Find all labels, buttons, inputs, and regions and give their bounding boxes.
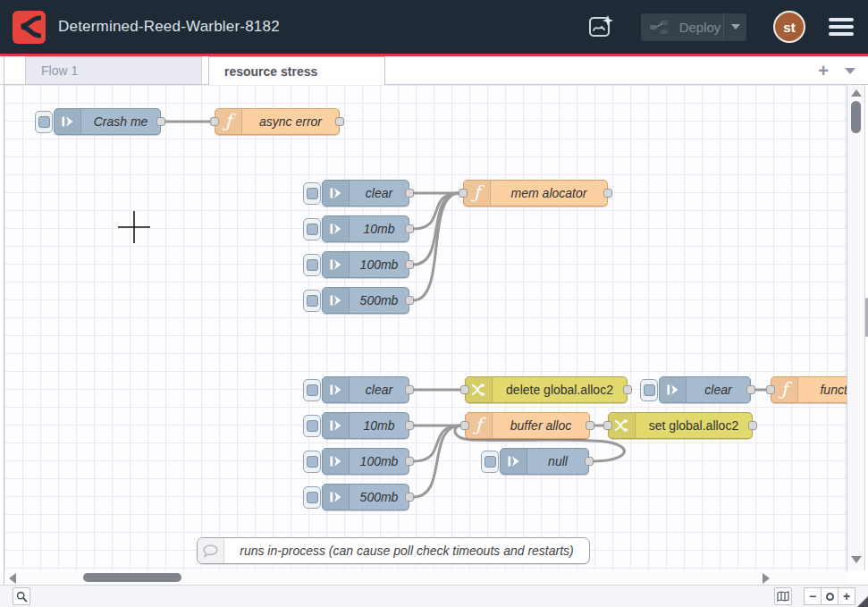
flow-tab-label: resource stress	[224, 64, 317, 79]
inject-trigger-button[interactable]	[303, 182, 321, 205]
deploy-button[interactable]: Deploy	[641, 13, 746, 41]
output-port[interactable]	[405, 189, 414, 198]
function-icon: ƒ	[466, 413, 493, 438]
hamburger-icon	[829, 18, 854, 21]
node-clear-3[interactable]: clear	[659, 376, 751, 403]
node-clear-1[interactable]: clear	[322, 180, 409, 207]
user-avatar[interactable]: st	[773, 11, 805, 43]
output-port[interactable]	[746, 385, 755, 394]
input-port[interactable]	[460, 385, 469, 394]
inject-trigger-button[interactable]	[303, 415, 321, 437]
node-function-cut[interactable]: ƒfunction	[771, 376, 847, 403]
zoom-out-button[interactable]: −	[804, 587, 822, 605]
output-port[interactable]	[335, 117, 344, 126]
node-label: clear	[350, 377, 409, 402]
node-mem-alocator[interactable]: ƒmem alocator	[463, 180, 608, 207]
output-port[interactable]	[405, 260, 414, 269]
output-port[interactable]	[405, 385, 414, 394]
main-menu-button[interactable]	[827, 14, 855, 39]
flow-tab-flow-1[interactable]: Flow 1	[25, 56, 202, 84]
inject-trigger-button[interactable]	[35, 111, 53, 133]
inject-trigger-button[interactable]	[303, 290, 321, 312]
node-10mb-2[interactable]: 10mb	[322, 412, 409, 439]
node-null-inject[interactable]: null	[500, 448, 589, 475]
output-port[interactable]	[156, 117, 165, 126]
inject-arrow-icon	[323, 181, 350, 206]
instance-title: Determined-Reed-Warbler-8182	[58, 18, 280, 36]
flow-list-chevron-icon[interactable]	[845, 68, 855, 74]
node-500mb-1[interactable]: 500mb	[322, 287, 409, 314]
deploy-options-button[interactable]	[723, 13, 746, 41]
input-port[interactable]	[210, 117, 219, 126]
map-icon	[777, 591, 789, 602]
flow-tab-resource-stress[interactable]: resource stress	[208, 56, 385, 85]
output-port[interactable]	[586, 421, 594, 430]
inject-arrow-icon	[323, 252, 350, 277]
inject-trigger-button[interactable]	[640, 379, 658, 401]
flowfuse-logo-icon	[18, 15, 41, 38]
node-buffer-alloc[interactable]: ƒbuffer alloc	[465, 412, 590, 439]
flowfuse-node-red-editor: Determined-Reed-Warbler-8182 Deploy st	[0, 0, 868, 607]
inject-arrow-icon	[323, 413, 350, 438]
input-port[interactable]	[459, 189, 468, 198]
horizontal-scroll-thumb[interactable]	[83, 573, 181, 582]
deploy-nodes-icon	[650, 20, 670, 34]
horizontal-scrollbar[interactable]	[4, 570, 847, 585]
node-crash-me[interactable]: Crash me	[54, 108, 161, 135]
inject-trigger-button[interactable]	[303, 451, 321, 473]
add-flow-button[interactable]: +	[818, 62, 829, 80]
output-port[interactable]	[405, 296, 414, 305]
inject-trigger-button[interactable]	[303, 486, 321, 509]
inject-trigger-button[interactable]	[481, 451, 499, 473]
output-port[interactable]	[748, 421, 757, 430]
scroll-left-icon[interactable]	[9, 573, 16, 584]
inject-trigger-button[interactable]	[303, 254, 321, 276]
scroll-up-icon[interactable]	[851, 89, 862, 97]
node-set-global-alloc2[interactable]: set global.alloc2	[608, 412, 753, 439]
output-port[interactable]	[405, 421, 414, 430]
output-port[interactable]	[405, 224, 414, 233]
flow-canvas[interactable]: Crash meƒasync errorclear10mb100mb500mbƒ…	[4, 85, 847, 570]
node-label: Crash me	[81, 109, 160, 134]
output-port[interactable]	[585, 457, 594, 466]
corner-resize-grip[interactable]	[857, 596, 868, 607]
node-100mb-1[interactable]: 100mb	[322, 251, 409, 278]
inject-arrow-icon	[323, 216, 350, 241]
navigator-toggle-button[interactable]	[774, 587, 792, 605]
function-icon: ƒ	[464, 181, 491, 206]
node-500mb-2[interactable]: 500mb	[322, 484, 409, 510]
zoom-in-button[interactable]: +	[838, 587, 855, 605]
scroll-right-icon[interactable]	[763, 573, 770, 584]
input-port[interactable]	[460, 421, 469, 430]
flow-assistant-icon[interactable]	[586, 12, 616, 42]
output-port[interactable]	[623, 385, 632, 394]
output-port[interactable]	[405, 457, 414, 466]
node-100mb-2[interactable]: 100mb	[322, 448, 409, 475]
scroll-down-icon[interactable]	[851, 556, 862, 563]
output-port[interactable]	[405, 493, 414, 502]
output-port[interactable]	[603, 189, 612, 198]
node-comment-1[interactable]: runs in-process (can cause poll check ti…	[197, 537, 590, 564]
search-button[interactable]	[13, 587, 30, 605]
chevron-down-icon	[731, 24, 740, 30]
node-async-error[interactable]: ƒasync error	[215, 108, 340, 135]
node-10mb-1[interactable]: 10mb	[322, 215, 409, 242]
node-label: mem alocator	[491, 181, 607, 206]
node-delete-global-alloc2[interactable]: delete global.alloc2	[465, 376, 628, 403]
node-clear-2[interactable]: clear	[322, 376, 409, 403]
zoom-reset-button[interactable]	[821, 587, 839, 605]
flowfuse-logo[interactable]	[13, 11, 46, 44]
inject-trigger-button[interactable]	[303, 379, 321, 401]
header-bar: Determined-Reed-Warbler-8182 Deploy st	[0, 0, 868, 54]
node-label: function	[798, 377, 847, 402]
change-shuffle-icon	[609, 413, 636, 438]
inject-arrow-icon	[323, 485, 350, 510]
input-port[interactable]	[766, 385, 775, 394]
vertical-scroll-thumb[interactable]	[851, 101, 861, 133]
node-label: delete global.alloc2	[493, 377, 627, 402]
vertical-scrollbar[interactable]	[847, 85, 864, 570]
node-label: set global.alloc2	[636, 413, 752, 438]
inject-trigger-button[interactable]	[303, 218, 321, 240]
input-port[interactable]	[603, 421, 612, 430]
sidebar-splitter[interactable]	[864, 85, 868, 570]
